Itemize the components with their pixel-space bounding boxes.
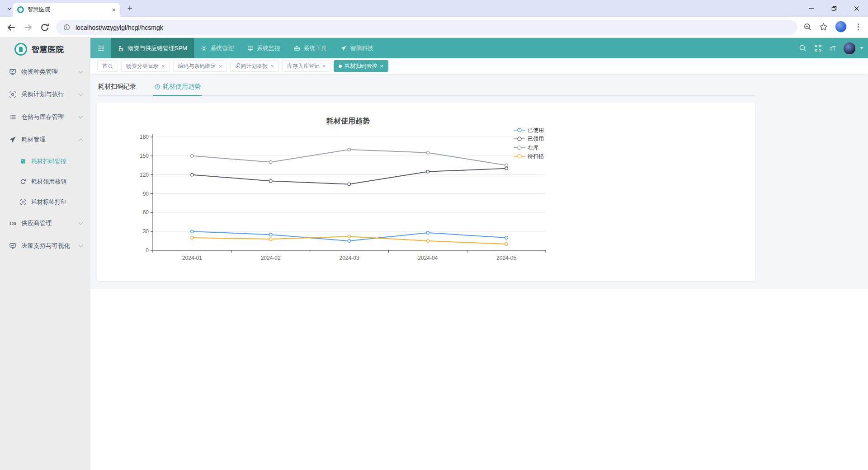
data-point[interactable]	[191, 173, 193, 176]
chip-close-icon[interactable]: ×	[322, 63, 326, 69]
new-tab-button[interactable]: +	[125, 4, 135, 14]
browser-tab[interactable]: 智慧医院 ×	[13, 3, 120, 17]
sidebar-item-consumables[interactable]: 耗材管理	[0, 128, 90, 151]
user-menu-caret-icon[interactable]	[860, 47, 863, 49]
y-tick-label: 90	[143, 191, 149, 197]
qr-icon	[20, 158, 26, 164]
y-tick-label: 0	[146, 247, 149, 254]
page-content: 耗材扫码记录 耗材使用趋势 耗材使用趋势03060901201501802024…	[90, 74, 868, 289]
legend-label: 已领用	[528, 136, 544, 142]
x-tick-label: 2024-02	[261, 255, 281, 261]
nav-item-system-admin[interactable]: 系统管理	[194, 38, 241, 58]
list-icon	[9, 113, 16, 121]
data-point[interactable]	[348, 240, 350, 242]
package-icon	[118, 45, 124, 52]
data-point[interactable]	[426, 240, 429, 242]
sidebar-item-requisition[interactable]: 耗材领用核销	[0, 171, 90, 192]
sidebar-item-decision-support[interactable]: 决策支持与可视化	[0, 235, 90, 257]
legend-item-1[interactable]: 已领用	[514, 136, 544, 142]
data-point[interactable]	[269, 233, 272, 236]
tab-usage-trend[interactable]: 耗材使用趋势	[153, 79, 202, 96]
chevron-down-icon	[79, 243, 83, 247]
view-chip-purchase-plan[interactable]: 采购计划提报 ×	[230, 60, 279, 72]
user-avatar[interactable]	[843, 42, 856, 55]
chip-close-icon[interactable]: ×	[270, 63, 274, 69]
series-line-1	[191, 167, 508, 186]
forward-icon[interactable]	[23, 23, 33, 33]
browser-toolbar: localhost/wzygylgl/hcgl/hcsmgk	[0, 17, 868, 38]
data-point[interactable]	[505, 164, 508, 167]
legend-label: 在库	[528, 145, 538, 151]
back-icon[interactable]	[6, 23, 16, 33]
app-logo: 智慧医院	[0, 38, 90, 61]
data-point[interactable]	[505, 167, 508, 170]
sidebar-item-procurement[interactable]: 采购计划与执行	[0, 83, 90, 106]
collapse-sidebar-icon[interactable]	[90, 38, 111, 58]
view-chip-material-catalog[interactable]: 物资分类目录 ×	[121, 60, 170, 72]
data-point[interactable]	[348, 148, 350, 151]
window-close-button[interactable]	[845, 0, 868, 17]
chip-close-icon[interactable]: ×	[380, 63, 383, 69]
monitor-icon	[247, 45, 254, 52]
legend-item-3[interactable]: 待扫描	[514, 153, 544, 160]
data-point[interactable]	[505, 243, 508, 245]
legend-item-2[interactable]: 在库	[514, 145, 538, 151]
data-point[interactable]	[191, 230, 193, 233]
data-point[interactable]	[505, 236, 508, 239]
chip-close-icon[interactable]: ×	[161, 63, 165, 69]
view-chip-code-binding[interactable]: 编码与条码绑定 ×	[173, 60, 227, 72]
monitor-check-icon	[9, 68, 16, 75]
data-point[interactable]	[269, 238, 272, 240]
legend-item-0[interactable]: 已使用	[514, 127, 544, 133]
data-point[interactable]	[191, 236, 193, 239]
sidebar-item-suppliers[interactable]: 123 供应商管理	[0, 212, 90, 235]
data-point[interactable]	[426, 231, 429, 234]
fullscreen-icon[interactable]	[814, 44, 822, 52]
nav-item-zhinao-tech[interactable]: 智脑科技	[334, 38, 380, 58]
view-chip-inbound-register[interactable]: 库存入库登记 ×	[282, 60, 331, 72]
window-restore-button[interactable]	[823, 0, 845, 17]
sidebar-item-label-print[interactable]: 耗材标签打印	[0, 192, 90, 212]
sidebar-item-scan-control[interactable]: 耗材扫码管控	[0, 151, 90, 171]
chip-close-icon[interactable]: ×	[219, 63, 222, 69]
data-point[interactable]	[426, 170, 429, 173]
sidebar-item-warehouse[interactable]: 仓储与库存管理	[0, 106, 90, 128]
browser-menu-kebab-icon[interactable]	[854, 23, 863, 31]
y-tick-label: 150	[140, 153, 149, 159]
chevron-down-icon	[79, 91, 83, 96]
data-point[interactable]	[191, 155, 193, 157]
bookmark-star-icon[interactable]	[819, 23, 828, 31]
top-navbar: 物资与供应链管理SPM 系统管理 系统监控 系统工具 智脑科技 тT	[90, 38, 868, 58]
window-minimize-button[interactable]	[800, 0, 823, 17]
x-tick-label: 2024-04	[418, 255, 438, 261]
clock-icon	[154, 84, 160, 90]
nav-item-system-tools[interactable]: 系统工具	[287, 38, 334, 58]
search-icon[interactable]	[799, 44, 807, 52]
svg-text:123: 123	[9, 221, 16, 226]
data-point[interactable]	[426, 151, 429, 154]
view-chip-home[interactable]: 首页	[97, 60, 118, 72]
zoom-out-icon[interactable]	[803, 23, 812, 31]
browser-profile-avatar[interactable]	[835, 21, 847, 33]
hospital-logo-icon	[14, 43, 27, 56]
trend-chart: 耗材使用趋势03060901201501802024-012024-022024…	[111, 108, 563, 275]
tab-scan-records[interactable]: 耗材扫码记录	[97, 79, 137, 96]
font-size-icon[interactable]: тT	[830, 45, 835, 52]
data-point[interactable]	[348, 235, 350, 238]
address-bar[interactable]: localhost/wzygylgl/hcgl/hcsmgk	[56, 20, 797, 35]
sidebar-item-material-types[interactable]: 物资种类管理	[0, 61, 90, 83]
data-point[interactable]	[269, 179, 272, 182]
refresh-icon	[20, 179, 26, 185]
reload-icon[interactable]	[40, 23, 50, 33]
nav-item-supply-chain[interactable]: 物资与供应链管理SPM	[111, 38, 194, 58]
data-point[interactable]	[348, 183, 350, 185]
site-info-icon[interactable]	[63, 24, 70, 31]
x-tick-label: 2024-03	[339, 255, 359, 261]
view-chip-scan-control[interactable]: 耗材扫码管控 ×	[334, 60, 388, 72]
nav-item-system-monitor[interactable]: 系统监控	[241, 38, 287, 58]
tab-close-icon[interactable]: ×	[112, 6, 116, 13]
chart-card: 耗材使用趋势03060901201501802024-012024-022024…	[97, 103, 755, 281]
app-title: 智慧医院	[32, 44, 64, 55]
data-point[interactable]	[269, 161, 272, 164]
site-favicon	[17, 6, 24, 13]
